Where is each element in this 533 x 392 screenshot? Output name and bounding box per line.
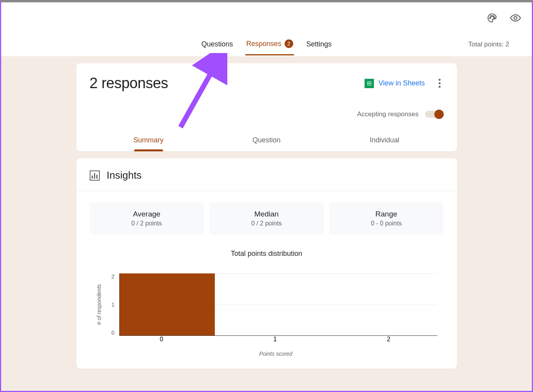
stat-median-value: 0 / 2 points <box>209 220 324 227</box>
accepting-responses-toggle[interactable] <box>425 111 442 118</box>
view-in-sheets-label: View in Sheets <box>379 79 425 87</box>
ytick-1: 1 <box>107 302 115 308</box>
svg-point-0 <box>489 17 491 18</box>
chart-yaxis: 2 1 0 <box>107 273 115 336</box>
svg-point-4 <box>514 16 517 19</box>
responses-card: 2 responses View in Sheets Accepting res… <box>76 63 457 151</box>
xtick-2: 2 <box>387 336 390 343</box>
tab-responses-label: Responses <box>246 40 281 48</box>
stats-row: Average 0 / 2 points Median 0 / 2 points… <box>76 191 457 234</box>
insights-card: Insights Average 0 / 2 points Median 0 /… <box>76 158 457 369</box>
main-tabs-row: Questions Responses 2 Settings Total poi… <box>1 33 532 56</box>
tab-responses[interactable]: Responses 2 <box>245 33 294 55</box>
stat-average-value: 0 / 2 points <box>90 220 204 227</box>
top-bar <box>1 2 532 33</box>
svg-point-2 <box>492 16 494 17</box>
stat-average: Average 0 / 2 points <box>90 203 204 234</box>
chart-xlabel: Points scored <box>115 351 437 357</box>
xtick-0: 0 <box>160 336 163 343</box>
svg-point-3 <box>494 17 495 18</box>
chart-plot <box>119 273 437 336</box>
stat-median: Median 0 / 2 points <box>209 203 324 234</box>
chart-ylabel: # of respondents <box>96 273 102 336</box>
chart-title: Total points distribution <box>96 250 437 258</box>
svg-point-1 <box>491 16 492 17</box>
tab-questions[interactable]: Questions <box>200 34 234 55</box>
responses-count-badge: 2 <box>285 39 293 48</box>
tab-settings[interactable]: Settings <box>306 34 333 55</box>
insights-title: Insights <box>107 169 142 181</box>
palette-icon[interactable] <box>487 12 498 23</box>
accepting-responses-label: Accepting responses <box>357 110 419 118</box>
preview-eye-icon[interactable] <box>510 12 521 23</box>
chart-section: Total points distribution # of responden… <box>76 234 457 369</box>
total-points-label: Total points: 2 <box>468 41 509 48</box>
insights-icon <box>90 170 100 181</box>
subtab-question[interactable]: Question <box>207 131 326 151</box>
stat-range: Range 0 - 0 points <box>329 203 443 234</box>
responses-title: 2 responses <box>90 75 168 92</box>
page-background: 2 responses View in Sheets Accepting res… <box>1 56 532 392</box>
ytick-2: 2 <box>107 273 115 280</box>
stat-range-label: Range <box>329 210 443 218</box>
chart-xaxis: 0 1 2 <box>113 336 437 343</box>
xtick-1: 1 <box>273 336 277 343</box>
sheets-icon <box>365 79 374 88</box>
subtab-summary[interactable]: Summary <box>90 131 208 151</box>
bar-0 <box>120 273 215 335</box>
subtab-individual[interactable]: Individual <box>326 131 444 151</box>
view-in-sheets-button[interactable]: View in Sheets <box>365 79 425 88</box>
stat-median-label: Median <box>209 210 324 218</box>
stat-average-label: Average <box>90 210 204 218</box>
ytick-0: 0 <box>107 330 115 336</box>
toggle-knob <box>434 110 444 119</box>
stat-range-value: 0 - 0 points <box>329 220 443 227</box>
more-options-button[interactable] <box>436 78 444 89</box>
